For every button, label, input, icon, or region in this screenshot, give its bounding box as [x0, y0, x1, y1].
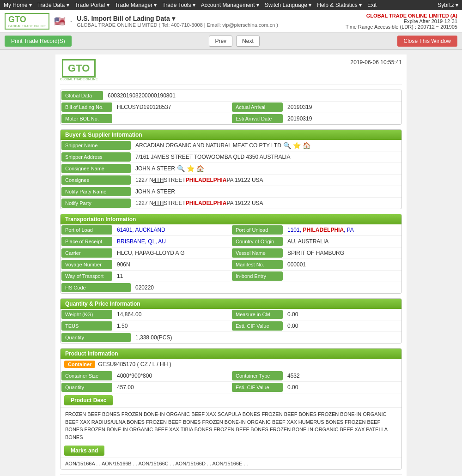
measure-cm-col: Measure in CM 0.00	[231, 309, 401, 320]
container-value: GESU9485170 ( CZ / L / HH )	[98, 361, 171, 368]
global-data-section: Global Data 60032019032000001908​01 Bill…	[60, 90, 402, 125]
vessel-name-col: Vessel Name SPIRIT OF HAMBURG	[231, 247, 401, 259]
consignee-icons: 🔍 ⭐ 🏠	[177, 165, 204, 172]
product-esti-cif-col: Esti. CIF Value 0.00	[231, 382, 401, 393]
next-button-top[interactable]: Next	[236, 36, 260, 47]
voyage-manifest-row: Voyage Number 906N Manifest No. 000001	[61, 259, 401, 271]
consignee-name-value: JOHN A STEER 🔍 ⭐ 🏠	[132, 163, 401, 174]
close-button-top[interactable]: Close This Window	[397, 36, 457, 47]
shipper-icons: 🔍 ⭐ 🏠	[283, 142, 310, 149]
flag-icon: 🇺🇸	[54, 16, 66, 27]
doc-logo: GTO GLOBAL TRADE ONLINE	[60, 59, 97, 81]
master-bol-col: Mater BOL No.	[61, 113, 231, 124]
port-of-load-value: 61401, AUCKLAND	[113, 224, 231, 235]
container-row: Container GESU9485170 ( CZ / L / HH )	[61, 359, 401, 370]
quantity-value: 1,338.00(PCS)	[132, 332, 401, 343]
print-button-top[interactable]: Print Trade Record(S)	[5, 36, 72, 47]
notify-party-name-row: Notify Party Name JOHN A STEER	[61, 186, 401, 198]
notify-party-name-value: JOHN A STEER	[132, 186, 401, 197]
global-data-row: Global Data 60032019032000001908​01	[61, 90, 401, 102]
transport-inbond-row: Way of Transport 11 In-bond Entry	[61, 271, 401, 282]
logo-sub: GLOBAL TRADE ONLINE	[8, 24, 46, 28]
product-desc-label: Product Desc	[64, 395, 113, 405]
header-bar: GTO GLOBAL TRADE ONLINE 🇺🇸 - U.S. Import…	[0, 10, 462, 33]
shipper-name-value: ARCADIAN ORGANIC AND NATURAL MEAT CO PTY…	[132, 140, 401, 151]
nav-switch-language[interactable]: Switch Language ▾	[265, 2, 311, 8]
doc-logo-text: GTO	[68, 62, 90, 74]
container-size-col: Container Size 4000*900*800	[61, 370, 231, 381]
product-esti-cif-label: Esti. CIF Value	[232, 383, 283, 392]
product-desc-value: FROZEN BEEF BONES FROZEN BONE-IN ORGANIC…	[61, 408, 401, 444]
port-of-load-label: Port of Load	[61, 225, 112, 235]
bol-row: Bill of Lading No. HLCUSYD190128537 Actu…	[61, 102, 401, 113]
shipper-address-value: 7/161 JAMES STREET TOOWOOMBA QLD 4350 AU…	[132, 151, 401, 163]
consignee-star-icon[interactable]: ⭐	[187, 165, 195, 172]
bol-value: HLCUSYD190128537	[113, 102, 231, 113]
measure-cm-value: 0.00	[284, 309, 401, 320]
nav-exit[interactable]: Exit	[367, 2, 377, 8]
esti-cif-col: Esti. CIF Value 0.00	[231, 320, 401, 331]
shipper-home-icon[interactable]: 🏠	[303, 142, 310, 149]
actual-arrival-value: 20190319	[284, 102, 401, 113]
voyage-number-label: Voyage Number	[61, 260, 112, 269]
weight-label: Weight (KG)	[61, 310, 112, 319]
doc-logo-sub: GLOBAL TRADE ONLINE	[60, 78, 97, 81]
prev-button-top[interactable]: Prev	[209, 36, 232, 47]
nav-my-home[interactable]: My Home ▾	[4, 2, 32, 8]
doc-timestamp: 2019-06-06 10:55:41	[351, 59, 402, 66]
buyer-supplier-section: Buyer & Supplier Information Shipper Nam…	[60, 129, 402, 209]
master-bol-value	[113, 113, 231, 124]
data-source-info: U.S. Import Bill of Lading Data ▾ GLOBAL…	[77, 15, 278, 28]
master-bol-label: Mater BOL No.	[61, 114, 112, 123]
actual-arrival-label: Actual Arrival	[232, 102, 283, 112]
nav-account-management[interactable]: Account Management ▾	[201, 2, 259, 8]
teus-cif-row: TEUS 1.50 Esti. CIF Value 0.00	[61, 320, 401, 332]
consignee-name-row: Consignee Name JOHN A STEER 🔍 ⭐ 🏠	[61, 163, 401, 175]
nav-trade-manager[interactable]: Trade Manager ▾	[115, 2, 157, 8]
doc-footer: U.S. Import Bill of Lading Data 1 / 1 60…	[60, 474, 402, 476]
product-esti-cif-value: 0.00	[284, 382, 401, 393]
nav-items: My Home ▾ Trade Data ▾ Trade Portal ▾ Tr…	[4, 2, 377, 8]
main-content: GTO GLOBAL TRADE ONLINE 2019-06-06 10:55…	[55, 54, 407, 476]
vessel-name-value: SPIRIT OF HAMBURG	[284, 247, 401, 259]
way-of-transport-col: Way of Transport 11	[61, 271, 231, 282]
shipper-search-icon[interactable]: 🔍	[283, 142, 291, 149]
way-of-transport-value: 11	[113, 271, 231, 282]
nav-trade-portal[interactable]: Trade Portal ▾	[75, 2, 109, 8]
port-of-unload-col: Port of Unload 1101, PHILADELPHIA, PA	[231, 224, 401, 235]
shipper-star-icon[interactable]: ⭐	[293, 142, 301, 149]
product-quantity-col: Quantity 457.00	[61, 382, 231, 393]
esti-arrival-value: 20190319	[284, 113, 401, 124]
doc-header: GTO GLOBAL TRADE ONLINE 2019-06-06 10:55…	[60, 59, 402, 85]
container-type-label: Container Type	[232, 371, 283, 380]
teus-col: TEUS 1.50	[61, 320, 231, 331]
consignee-home-icon[interactable]: 🏠	[196, 165, 204, 172]
nav-help-statistics[interactable]: Help & Statistics ▾	[317, 2, 362, 8]
container-type-col: Container Type 4532	[231, 370, 401, 381]
shipper-address-row: Shipper Address 7/161 JAMES STREET TOOWO…	[61, 151, 401, 163]
notify-party-name-label: Notify Party Name	[61, 187, 131, 196]
way-of-transport-label: Way of Transport	[61, 271, 112, 281]
container-type-value: 4532	[284, 370, 401, 381]
time-range: Time Range Accessible (LDR) : 200712 ~ 2…	[346, 24, 457, 30]
in-bond-entry-value	[284, 271, 401, 282]
consignee-search-icon[interactable]: 🔍	[177, 165, 185, 172]
marks-label: Marks and	[64, 446, 104, 456]
nav-trade-tools[interactable]: Trade Tools ▾	[162, 2, 195, 8]
quantity-price-title: Quantity & Price Information	[61, 299, 401, 309]
data-source-title[interactable]: U.S. Import Bill of Lading Data ▾	[77, 15, 278, 22]
company-name: GLOBAL TRADE ONLINE LIMITED (A)	[346, 13, 457, 18]
esti-arrival-col: Esti Arrival Date 20190319	[231, 113, 401, 124]
country-of-origin-label: Country of Origin	[232, 237, 283, 246]
nav-trade-data[interactable]: Trade Data ▾	[37, 2, 69, 8]
quantity-row: Quantity 1,338.00(PCS)	[61, 332, 401, 343]
top-navigation: My Home ▾ Trade Data ▾ Trade Portal ▾ Tr…	[0, 0, 462, 10]
port-of-unload-value: 1101, PHILADELPHIA, PA	[284, 224, 401, 235]
logo-text: GTO	[8, 15, 26, 24]
notify-party-value: 1227 N 4TH STREET PHILADELPHIA PA 19122 …	[132, 198, 401, 209]
user-menu[interactable]: Sybil.z ▾	[438, 2, 458, 8]
logo: GTO GLOBAL TRADE ONLINE	[5, 13, 49, 30]
container-size-value: 4000*900*800	[113, 370, 231, 381]
carrier-label: Carrier	[61, 248, 112, 258]
consignee-row: Consignee 1227 N 4TH STREET PHILADELPHIA…	[61, 175, 401, 186]
